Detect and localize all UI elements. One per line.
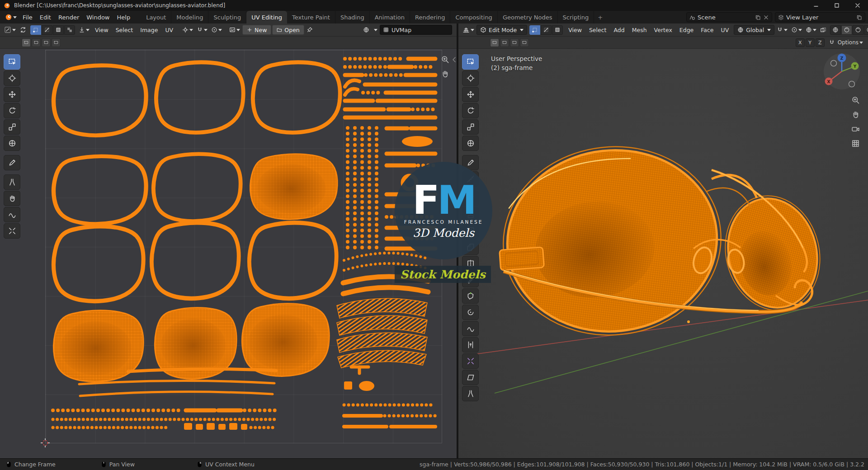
zoom-icon[interactable]	[851, 96, 860, 104]
close-button[interactable]	[847, 0, 868, 11]
proportional-edit-toggle[interactable]	[790, 25, 803, 35]
tab-rendering[interactable]: Rendering	[410, 11, 450, 24]
tool-knife[interactable]	[462, 272, 479, 287]
vp-menu-face[interactable]: Face	[698, 25, 717, 35]
shading-wireframe[interactable]	[830, 25, 841, 35]
vp-menu-mesh[interactable]: Mesh	[629, 25, 650, 35]
shading-solid[interactable]	[841, 25, 852, 35]
mirror-y-toggle[interactable]: Y	[806, 38, 815, 47]
add-workspace-button[interactable]: +	[594, 11, 606, 24]
tool-cursor[interactable]	[462, 70, 479, 86]
pin-image-button[interactable]	[305, 25, 314, 35]
menu-edit[interactable]: Edit	[36, 12, 55, 23]
menu-window[interactable]: Window	[83, 12, 113, 23]
uv-sync-toggle[interactable]	[18, 25, 28, 35]
viewport-canvas[interactable]: User Perspective (2) sga-frame Z X Y	[458, 49, 868, 458]
copy-icon[interactable]	[856, 14, 862, 20]
tool-transform[interactable]	[4, 136, 20, 151]
scene-selector[interactable]: Scene	[686, 12, 772, 22]
menu-render[interactable]: Render	[55, 12, 83, 23]
view-layer-selector[interactable]: View Layer	[775, 12, 865, 22]
tool-smooth[interactable]	[462, 321, 479, 336]
close-icon[interactable]	[763, 14, 769, 20]
tab-sculpting[interactable]: Sculpting	[208, 11, 246, 24]
uv-menu-image[interactable]: Image	[137, 25, 161, 35]
open-image-button[interactable]: Open	[272, 25, 304, 35]
pan-hand-icon[interactable]	[441, 70, 449, 78]
select-mode-vertex[interactable]	[529, 25, 540, 35]
tool-annotate[interactable]	[462, 155, 479, 170]
uv-select-mode-island[interactable]	[64, 25, 75, 35]
maximize-button[interactable]	[826, 0, 847, 11]
tool-extrude-region[interactable]	[462, 207, 479, 222]
select-mode-subtract-button[interactable]	[42, 38, 51, 47]
select-mode-intersect-button[interactable]	[52, 38, 61, 47]
tool-add-cube[interactable]	[462, 191, 479, 206]
tab-animation[interactable]: Animation	[370, 11, 410, 24]
tool-shrink-fatten[interactable]	[462, 353, 479, 369]
uv-map-selector[interactable]: UVMap	[380, 25, 452, 35]
proportional-edit-toggle[interactable]	[210, 25, 223, 35]
tool-inset-faces[interactable]	[462, 223, 479, 239]
vp-menu-vertex[interactable]: Vertex	[651, 25, 675, 35]
tool-poly-build[interactable]	[462, 288, 479, 304]
uv-menu-view[interactable]: View	[92, 25, 112, 35]
options-dropdown[interactable]: Options	[836, 38, 864, 47]
uv-canvas[interactable]	[0, 49, 457, 458]
tool-relax[interactable]	[4, 207, 20, 222]
select-mode-extend-button[interactable]	[500, 38, 509, 47]
tab-uv-editing[interactable]: UV Editing	[246, 11, 287, 24]
app-menu-button[interactable]	[3, 13, 19, 22]
vp-menu-edge[interactable]: Edge	[676, 25, 697, 35]
tool-rotate[interactable]	[4, 103, 20, 118]
tab-shading[interactable]: Shading	[335, 11, 370, 24]
overlays-toggle[interactable]	[804, 25, 818, 35]
pivot-point-dropdown[interactable]	[181, 25, 194, 35]
tool-rip-region[interactable]	[4, 174, 20, 190]
uv-select-mode-vertex[interactable]	[30, 25, 41, 35]
tool-pinch[interactable]	[4, 223, 20, 239]
tool-bevel[interactable]	[462, 240, 479, 255]
tab-layout[interactable]: Layout	[141, 11, 171, 24]
tool-shear[interactable]	[462, 370, 479, 385]
pan-hand-icon[interactable]	[851, 110, 860, 119]
tab-compositing[interactable]: Compositing	[450, 11, 498, 24]
snap-toggle[interactable]	[775, 25, 789, 35]
snap-options-button[interactable]	[827, 38, 836, 47]
ortho-grid-icon[interactable]	[851, 139, 860, 148]
navigation-gizmo[interactable]: Z X Y	[823, 52, 861, 90]
tool-annotate[interactable]	[4, 155, 20, 170]
copy-icon[interactable]	[755, 14, 761, 20]
tool-cursor[interactable]	[4, 70, 20, 86]
editor-type-button[interactable]	[461, 25, 476, 35]
select-mode-extend-button[interactable]	[32, 38, 41, 47]
new-image-button[interactable]: New	[242, 25, 271, 35]
vp-menu-view[interactable]: View	[565, 25, 585, 35]
shading-material[interactable]	[853, 25, 863, 35]
tool-grab[interactable]	[4, 191, 20, 206]
tool-move[interactable]	[462, 87, 479, 102]
sidebar-collapse-icon[interactable]	[452, 57, 456, 62]
select-mode-set-button[interactable]	[22, 38, 31, 47]
select-mode-set-button[interactable]	[490, 38, 499, 47]
snap-toggle[interactable]	[195, 25, 209, 35]
mirror-z-toggle[interactable]: Z	[816, 38, 825, 47]
vp-menu-uv[interactable]: UV	[718, 25, 732, 35]
uv-menu-uv[interactable]: UV	[162, 25, 176, 35]
xray-toggle[interactable]	[819, 25, 828, 35]
uv-select-mode-edge[interactable]	[42, 25, 52, 35]
shading-rendered[interactable]	[864, 25, 868, 35]
mode-dropdown[interactable]: Edit Mode	[476, 25, 527, 35]
tool-loop-cut[interactable]	[462, 256, 479, 271]
vp-menu-select[interactable]: Select	[586, 25, 610, 35]
editor-type-button[interactable]	[3, 25, 17, 35]
tab-geometry-nodes[interactable]: Geometry Nodes	[498, 11, 558, 24]
transform-orientation-dropdown[interactable]: Global	[734, 25, 774, 35]
tab-modeling[interactable]: Modeling	[171, 11, 208, 24]
select-mode-intersect-button[interactable]	[520, 38, 529, 47]
tool-spin[interactable]	[462, 305, 479, 320]
tab-texture-paint[interactable]: Texture Paint	[287, 11, 335, 24]
tool-select-box[interactable]	[462, 54, 479, 70]
select-mode-subtract-button[interactable]	[510, 38, 519, 47]
tool-move[interactable]	[4, 87, 20, 102]
